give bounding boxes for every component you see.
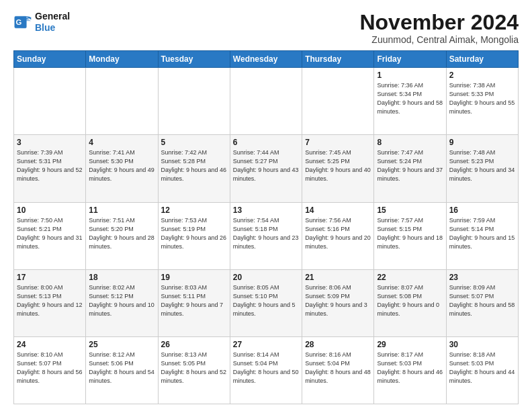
day-number: 23 [449,273,515,282]
day-info: Sunrise: 8:13 AM Sunset: 5:05 PM Dayligh… [161,351,227,385]
day-number: 12 [161,205,227,215]
header-saturday: Saturday [446,51,518,68]
day-cell-1-1: 4Sunrise: 7:41 AM Sunset: 5:30 PM Daylig… [86,135,158,202]
header-friday: Friday [374,51,446,68]
subtitle: Zuunmod, Central Aimak, Mongolia [359,34,519,45]
day-cell-1-6: 9Sunrise: 7:48 AM Sunset: 5:23 PM Daylig… [446,135,518,202]
day-info: Sunrise: 8:02 AM Sunset: 5:12 PM Dayligh… [89,283,154,318]
day-cell-1-3: 6Sunrise: 7:44 AM Sunset: 5:27 PM Daylig… [230,135,302,202]
day-info: Sunrise: 8:00 AM Sunset: 5:13 PM Dayligh… [17,283,83,318]
day-cell-4-5: 29Sunrise: 8:17 AM Sunset: 5:03 PM Dayli… [374,336,446,404]
day-number: 14 [305,205,371,215]
day-cell-3-4: 21Sunrise: 8:06 AM Sunset: 5:09 PM Dayli… [302,269,374,336]
day-cell-4-1: 25Sunrise: 8:12 AM Sunset: 5:06 PM Dayli… [86,336,158,404]
day-cell-3-6: 23Sunrise: 8:09 AM Sunset: 5:07 PM Dayli… [446,269,518,336]
day-cell-1-2: 5Sunrise: 7:42 AM Sunset: 5:28 PM Daylig… [158,135,230,202]
day-info: Sunrise: 8:17 AM Sunset: 5:03 PM Dayligh… [377,351,443,385]
day-cell-4-6: 30Sunrise: 8:18 AM Sunset: 5:03 PM Dayli… [446,336,518,404]
day-info: Sunrise: 7:53 AM Sunset: 5:19 PM Dayligh… [161,216,227,251]
day-info: Sunrise: 8:12 AM Sunset: 5:06 PM Dayligh… [89,351,154,385]
day-cell-2-5: 15Sunrise: 7:57 AM Sunset: 5:15 PM Dayli… [374,202,446,269]
day-number: 17 [17,273,83,282]
day-cell-1-4: 7Sunrise: 7:45 AM Sunset: 5:25 PM Daylig… [302,135,374,202]
header-thursday: Thursday [302,51,374,68]
day-info: Sunrise: 7:59 AM Sunset: 5:14 PM Dayligh… [449,216,515,251]
day-number: 19 [161,273,227,282]
day-number: 22 [377,273,443,282]
day-info: Sunrise: 8:06 AM Sunset: 5:09 PM Dayligh… [305,283,371,318]
day-number: 21 [305,273,371,282]
day-number: 24 [17,340,83,349]
weekday-header-row: Sunday Monday Tuesday Wednesday Thursday… [14,51,519,68]
day-cell-0-1 [86,68,158,135]
day-info: Sunrise: 7:50 AM Sunset: 5:21 PM Dayligh… [17,216,83,251]
day-info: Sunrise: 7:42 AM Sunset: 5:28 PM Dayligh… [161,148,227,183]
calendar-table: Sunday Monday Tuesday Wednesday Thursday… [13,50,519,404]
day-info: Sunrise: 8:03 AM Sunset: 5:11 PM Dayligh… [161,283,227,318]
day-number: 18 [89,273,154,282]
day-number: 11 [89,205,154,215]
day-cell-1-0: 3Sunrise: 7:39 AM Sunset: 5:31 PM Daylig… [14,135,86,202]
day-info: Sunrise: 7:44 AM Sunset: 5:27 PM Dayligh… [233,148,299,183]
day-cell-3-3: 20Sunrise: 8:05 AM Sunset: 5:10 PM Dayli… [230,269,302,336]
day-number: 26 [161,340,227,349]
header-sunday: Sunday [14,51,86,68]
day-info: Sunrise: 8:10 AM Sunset: 5:07 PM Dayligh… [17,351,83,385]
week-row-3: 10Sunrise: 7:50 AM Sunset: 5:21 PM Dayli… [14,202,519,269]
day-cell-3-0: 17Sunrise: 8:00 AM Sunset: 5:13 PM Dayli… [14,269,86,336]
day-info: Sunrise: 8:07 AM Sunset: 5:08 PM Dayligh… [377,283,443,318]
day-info: Sunrise: 7:36 AM Sunset: 5:34 PM Dayligh… [377,81,443,116]
title-block: November 2024 Zuunmod, Central Aimak, Mo… [359,11,519,45]
day-cell-4-2: 26Sunrise: 8:13 AM Sunset: 5:05 PM Dayli… [158,336,230,404]
day-cell-2-6: 16Sunrise: 7:59 AM Sunset: 5:14 PM Dayli… [446,202,518,269]
day-number: 29 [377,340,443,349]
day-cell-3-1: 18Sunrise: 8:02 AM Sunset: 5:12 PM Dayli… [86,269,158,336]
page: G General Blue November 2024 Zuunmod, Ce… [0,0,532,411]
svg-text:G: G [16,18,22,26]
day-cell-2-4: 14Sunrise: 7:56 AM Sunset: 5:16 PM Dayli… [302,202,374,269]
week-row-4: 17Sunrise: 8:00 AM Sunset: 5:13 PM Dayli… [14,269,519,336]
day-number: 25 [89,340,154,349]
logo-text: General Blue [35,11,70,34]
day-cell-2-2: 12Sunrise: 7:53 AM Sunset: 5:19 PM Dayli… [158,202,230,269]
day-cell-0-2 [158,68,230,135]
day-cell-4-3: 27Sunrise: 8:14 AM Sunset: 5:04 PM Dayli… [230,336,302,404]
day-info: Sunrise: 7:47 AM Sunset: 5:24 PM Dayligh… [377,148,443,183]
day-cell-0-0 [14,68,86,135]
day-info: Sunrise: 8:14 AM Sunset: 5:04 PM Dayligh… [233,351,299,385]
header: G General Blue November 2024 Zuunmod, Ce… [13,11,519,45]
day-info: Sunrise: 7:45 AM Sunset: 5:25 PM Dayligh… [305,148,371,183]
day-cell-4-0: 24Sunrise: 8:10 AM Sunset: 5:07 PM Dayli… [14,336,86,404]
day-number: 27 [233,340,299,349]
day-info: Sunrise: 7:56 AM Sunset: 5:16 PM Dayligh… [305,216,371,251]
header-wednesday: Wednesday [230,51,302,68]
day-cell-2-3: 13Sunrise: 7:54 AM Sunset: 5:18 PM Dayli… [230,202,302,269]
day-number: 8 [377,138,443,147]
day-number: 10 [17,205,83,215]
day-info: Sunrise: 7:41 AM Sunset: 5:30 PM Dayligh… [89,148,154,183]
day-info: Sunrise: 8:09 AM Sunset: 5:07 PM Dayligh… [449,283,515,318]
day-cell-4-4: 28Sunrise: 8:16 AM Sunset: 5:04 PM Dayli… [302,336,374,404]
header-tuesday: Tuesday [158,51,230,68]
logo-line2: Blue [35,22,55,33]
day-info: Sunrise: 8:05 AM Sunset: 5:10 PM Dayligh… [233,283,299,318]
day-number: 16 [449,205,515,215]
day-cell-1-5: 8Sunrise: 7:47 AM Sunset: 5:24 PM Daylig… [374,135,446,202]
week-row-1: 1Sunrise: 7:36 AM Sunset: 5:34 PM Daylig… [14,68,519,135]
day-info: Sunrise: 7:38 AM Sunset: 5:33 PM Dayligh… [449,81,515,116]
day-number: 7 [305,138,371,147]
day-number: 6 [233,138,299,147]
day-cell-0-3 [230,68,302,135]
day-number: 30 [449,340,515,349]
day-info: Sunrise: 8:18 AM Sunset: 5:03 PM Dayligh… [449,351,515,385]
day-cell-2-0: 10Sunrise: 7:50 AM Sunset: 5:21 PM Dayli… [14,202,86,269]
day-number: 20 [233,273,299,282]
logo-line1: General [35,11,70,22]
day-cell-0-5: 1Sunrise: 7:36 AM Sunset: 5:34 PM Daylig… [374,68,446,135]
day-number: 3 [17,138,83,147]
day-cell-0-6: 2Sunrise: 7:38 AM Sunset: 5:33 PM Daylig… [446,68,518,135]
day-info: Sunrise: 7:51 AM Sunset: 5:20 PM Dayligh… [89,216,154,251]
week-row-5: 24Sunrise: 8:10 AM Sunset: 5:07 PM Dayli… [14,336,519,404]
day-number: 1 [377,71,443,80]
header-monday: Monday [86,51,158,68]
